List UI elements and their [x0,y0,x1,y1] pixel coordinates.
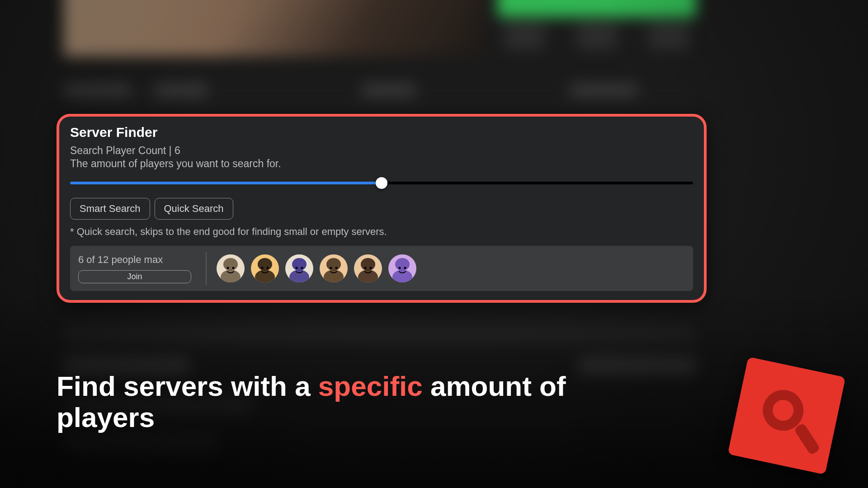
svg-point-23 [404,267,406,269]
divider [206,252,207,285]
avatar [320,254,348,282]
svg-point-15 [335,267,337,269]
svg-point-12 [326,258,341,271]
svg-point-5 [255,270,275,282]
svg-point-10 [295,267,297,269]
svg-point-20 [395,258,410,271]
svg-point-11 [301,267,303,269]
smart-search-button[interactable]: Smart Search [70,198,150,220]
svg-point-3 [232,267,234,269]
svg-point-9 [289,270,309,282]
svg-point-21 [392,270,412,282]
quick-search-button[interactable]: Quick Search [155,198,233,220]
svg-point-16 [361,258,375,271]
avatar [217,254,245,282]
svg-point-14 [330,267,332,269]
svg-point-7 [266,267,269,269]
search-button-row: Smart Search Quick Search [70,198,693,220]
join-button[interactable]: Join [78,270,191,283]
player-count-slider[interactable] [70,176,693,190]
player-count-description: The amount of players you want to search… [70,158,693,170]
svg-point-19 [369,267,372,269]
server-finder-panel: Server Finder Search Player Count | 6 Th… [57,114,707,303]
svg-point-4 [258,258,272,271]
avatar [354,254,382,282]
svg-point-22 [398,267,401,269]
svg-point-1 [221,270,241,282]
avatar [388,254,416,282]
server-population-text: 6 of 12 people max [78,254,196,266]
svg-point-17 [358,270,378,282]
extension-logo [728,357,846,475]
slider-thumb[interactable] [376,177,387,189]
svg-point-2 [226,267,229,269]
avatar-list [217,254,416,282]
server-result-card: 6 of 12 people max Join [70,246,693,291]
quick-search-hint: * Quick search, skips to the end good fo… [70,226,693,238]
svg-point-13 [324,270,344,282]
svg-point-0 [223,258,238,271]
panel-title: Server Finder [70,125,693,140]
svg-point-8 [292,258,307,271]
avatar [285,254,313,282]
svg-point-18 [364,267,366,269]
promo-caption: Find servers with a specific amount of p… [57,371,599,433]
caption-accent: specific [318,371,423,402]
player-count-label: Search Player Count | 6 [70,145,693,157]
caption-pre: Find servers with a [57,371,318,402]
slider-fill [70,182,382,184]
svg-point-6 [261,267,263,269]
avatar [251,254,279,282]
